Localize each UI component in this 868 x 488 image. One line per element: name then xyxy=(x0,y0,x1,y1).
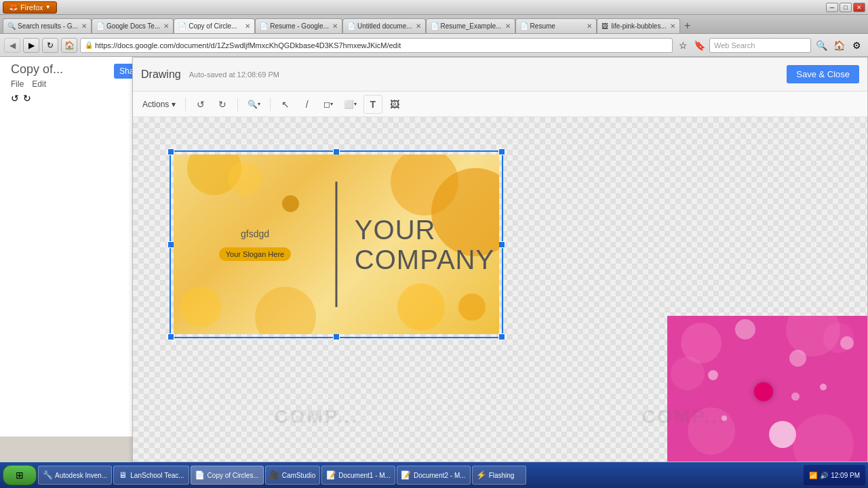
taskbar-document2[interactable]: 📝 Document2 - M... xyxy=(397,466,471,485)
taskbar-lanschool[interactable]: 🖥 LanSchool Teac... xyxy=(113,466,189,485)
undo-icon[interactable]: ↺ xyxy=(11,93,19,104)
flashing-icon: ⚡ xyxy=(477,470,486,480)
docs-menu-file[interactable]: File xyxy=(11,79,24,89)
tab-resume2[interactable]: 📄 Resume ✕ xyxy=(515,18,597,33)
taskbar-autodesk[interactable]: 🔧 Autodesk Inven... xyxy=(38,466,112,485)
textbox-icon: ⬜ xyxy=(344,100,354,109)
card-company-line2: COMPANY xyxy=(355,245,494,274)
tab-label-search: Search results - G... xyxy=(18,22,78,30)
address-text: https://docs.google.com/document/d/1ZzSw… xyxy=(95,41,401,49)
tab-favicon-search: 🔍 xyxy=(7,22,16,30)
tab-label-pink: life-pink-bubbles... xyxy=(612,22,667,30)
tab-close-copy[interactable]: ✕ xyxy=(245,22,250,30)
home-button[interactable]: 🏠 xyxy=(61,38,77,53)
tab-resume-example[interactable]: 📄 Resume_Example... ✕ xyxy=(426,18,515,33)
taskbar-copy-circles[interactable]: 📄 Copy of Circles... xyxy=(191,466,264,485)
handle-top-right[interactable] xyxy=(498,148,505,155)
home-page-icon[interactable]: 🏠 xyxy=(831,38,846,53)
select-tool[interactable]: ↖ xyxy=(276,95,295,114)
tab-close-pink[interactable]: ✕ xyxy=(670,22,675,30)
redo-icon[interactable]: ↻ xyxy=(23,93,31,104)
handle-bot-center[interactable] xyxy=(333,333,340,340)
tab-close-search[interactable]: ✕ xyxy=(81,22,87,30)
autodesk-icon: 🔧 xyxy=(43,470,52,480)
drawing-canvas[interactable]: gfsdgd Your Slogan Here YOUR COMPANY xyxy=(133,117,867,462)
bookmark-icon[interactable]: 🔖 xyxy=(692,38,707,53)
reload-button[interactable]: ↻ xyxy=(42,38,58,53)
image-tool[interactable]: 🖼 xyxy=(385,95,404,114)
cursor-dot xyxy=(754,382,773,401)
business-card: gfsdgd Your Slogan Here YOUR COMPANY xyxy=(174,155,499,334)
save-close-button[interactable]: Save & Close xyxy=(787,65,859,83)
pink-bubbles-image xyxy=(667,316,867,462)
docs-menu-bar: File Edit xyxy=(11,79,138,89)
zoom-icon-drawing: 🔍 xyxy=(248,100,258,109)
drawing-toolbar: Actions ▾ ↺ ↻ 🔍 ▾ ↖ / ◻ ▾ ⬜ xyxy=(133,92,867,117)
tab-untitled[interactable]: 📄 Untitled docume... ✕ xyxy=(342,18,426,33)
tab-favicon-docs-te: 📄 xyxy=(96,22,104,30)
business-card-wrapper[interactable]: gfsdgd Your Slogan Here YOUR COMPANY xyxy=(174,155,499,334)
drawing-header: Drawing Auto-saved at 12:08:69 PM Save &… xyxy=(133,58,867,92)
actions-menu[interactable]: Actions ▾ xyxy=(138,95,180,114)
bookmark-star-icon[interactable]: ☆ xyxy=(675,38,690,53)
tab-label-copy: Copy of Circle... xyxy=(189,22,241,30)
zoom-control[interactable]: 🔍 ▾ xyxy=(243,95,264,114)
start-button[interactable]: ⊞ xyxy=(3,465,37,485)
minimize-button[interactable]: ─ xyxy=(826,3,838,12)
taskbar-flashing[interactable]: ⚡ Flashing xyxy=(472,466,526,485)
tab-close-resume[interactable]: ✕ xyxy=(332,22,338,30)
tab-resume[interactable]: 📄 Resume - Google... ✕ xyxy=(255,18,342,33)
tabs-bar: 🔍 Search results - G... ✕ 📄 Google Docs … xyxy=(0,15,868,34)
taskbar-document1-label: Document1 - M... xyxy=(338,472,391,479)
tab-close-resume2[interactable]: ✕ xyxy=(587,22,592,30)
zoom-icon[interactable]: 🔍 xyxy=(814,38,829,53)
title-bar: 🦊 Firefox ▼ ─ □ ✕ xyxy=(0,0,868,15)
drawing-modal: Drawing Auto-saved at 12:08:69 PM Save &… xyxy=(132,57,868,462)
camstudio-icon: 🎥 xyxy=(270,470,279,480)
document1-icon: 📝 xyxy=(326,470,336,480)
text-tool[interactable]: T xyxy=(363,95,382,114)
tab-copy-circle[interactable]: 📄 Copy of Circle... ✕ xyxy=(174,18,255,33)
text-box-tool[interactable]: ⬜ ▾ xyxy=(340,95,361,114)
settings-icon[interactable]: ⚙ xyxy=(849,38,864,53)
card-left-section: gfsdgd Your Slogan Here xyxy=(174,155,336,334)
search-bar[interactable]: Web Search xyxy=(709,38,811,53)
tab-close-docs-te[interactable]: ✕ xyxy=(163,22,169,30)
maximize-button[interactable]: □ xyxy=(840,3,852,12)
lock-icon: 🔒 xyxy=(85,41,93,49)
toolbar-separator-1 xyxy=(185,98,186,111)
handle-bot-right[interactable] xyxy=(498,333,505,340)
tab-search-results[interactable]: 🔍 Search results - G... ✕ xyxy=(3,18,92,33)
taskbar-document1[interactable]: 📝 Document1 - M... xyxy=(321,466,395,485)
firefox-icon: 🦊 xyxy=(9,3,18,12)
drawing-title: Drawing xyxy=(141,68,181,81)
tab-close-resume-ex[interactable]: ✕ xyxy=(505,22,511,30)
actions-label: Actions ▾ xyxy=(142,100,176,109)
line-tool[interactable]: / xyxy=(298,95,317,114)
tab-google-docs-te[interactable]: 📄 Google Docs Te... ✕ xyxy=(92,18,174,33)
taskbar-lanschool-label: LanSchool Teac... xyxy=(130,472,184,479)
back-button[interactable]: ◀ xyxy=(4,38,20,53)
redo-button[interactable]: ↻ xyxy=(213,95,232,114)
toolbar-separator-3 xyxy=(270,98,271,111)
new-tab-button[interactable]: + xyxy=(680,18,695,33)
volume-icon: 🔊 xyxy=(820,472,828,479)
shape-icon: ◻ xyxy=(323,100,330,109)
handle-bot-left[interactable] xyxy=(167,333,174,340)
tab-favicon-copy: 📄 xyxy=(178,22,186,30)
tab-life-pink[interactable]: 🖼 life-pink-bubbles... ✕ xyxy=(597,18,680,33)
handle-mid-right[interactable] xyxy=(498,241,505,248)
shape-tool[interactable]: ◻ ▾ xyxy=(319,95,337,114)
shape-dropdown-icon: ▾ xyxy=(330,101,333,107)
network-icon: 📶 xyxy=(809,472,817,479)
tab-close-untitled[interactable]: ✕ xyxy=(416,22,421,30)
firefox-button[interactable]: 🦊 Firefox ▼ xyxy=(3,1,57,14)
address-bar[interactable]: 🔒 https://docs.google.com/document/d/1Zz… xyxy=(80,38,673,53)
search-placeholder: Web Search xyxy=(714,41,755,49)
forward-button[interactable]: ▶ xyxy=(23,38,39,53)
docs-menu-edit[interactable]: Edit xyxy=(32,79,46,89)
undo-button[interactable]: ↺ xyxy=(191,95,210,114)
taskbar-camstudio-label: CamStudio xyxy=(282,472,315,479)
close-button[interactable]: ✕ xyxy=(853,3,865,12)
taskbar-camstudio[interactable]: 🎥 CamStudio xyxy=(265,466,320,485)
